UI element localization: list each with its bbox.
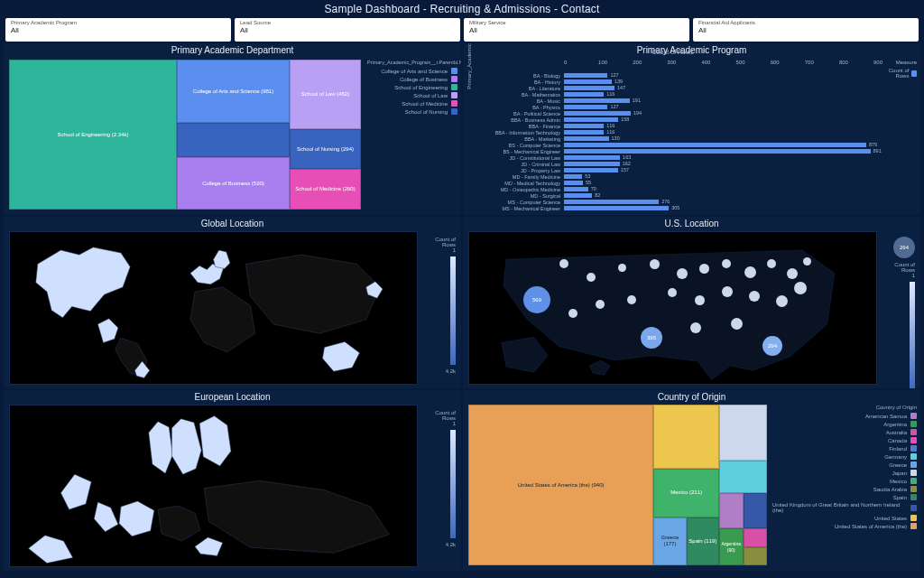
treemap-tile-nursing-top[interactable]: [177, 123, 290, 157]
bar[interactable]: [564, 181, 583, 185]
bar-row[interactable]: JD - Constitutional Law163: [468, 154, 873, 161]
map-bubble[interactable]: [699, 264, 709, 274]
bar-row[interactable]: BBA - Information Technology116: [468, 129, 873, 135]
treemap-tile-spain[interactable]: Spain (119): [687, 517, 719, 565]
bar-row[interactable]: MD - Family Medicine53: [468, 173, 873, 180]
treemap-tile-argentina[interactable]: Argentina (90): [719, 528, 743, 565]
map-bubble[interactable]: [596, 300, 605, 309]
map-bubble[interactable]: [559, 259, 568, 268]
treemap-tile-pink[interactable]: [744, 528, 767, 547]
treemap-tile-navy[interactable]: [744, 493, 767, 528]
map-bubble[interactable]: [568, 309, 578, 318]
bar[interactable]: [564, 193, 592, 198]
map-us[interactable]: 569 395 294: [468, 231, 877, 385]
bar[interactable]: [564, 200, 659, 204]
map-bubble[interactable]: [587, 273, 596, 282]
panel-european-location[interactable]: European Location Count of Rows 1 4.2k: [4, 390, 461, 571]
filter-finaid[interactable]: Financial Aid Applicants All: [693, 18, 919, 42]
bar[interactable]: [564, 162, 620, 166]
bar[interactable]: [564, 155, 620, 160]
treemap-tile-medicine[interactable]: School of Medicine (260): [290, 169, 361, 210]
treemap-tile-law[interactable]: School of Law (482): [290, 60, 361, 129]
treemap-tile-mexico[interactable]: Mexico (211): [653, 469, 719, 517]
treemap-tile-engineering[interactable]: School of Engineering (2.34k): [9, 60, 177, 210]
map-bubble[interactable]: [618, 264, 626, 272]
bar[interactable]: [564, 73, 607, 78]
bar[interactable]: [564, 86, 614, 90]
map-bubble[interactable]: [695, 295, 705, 305]
treemap-tile-purple[interactable]: [719, 493, 743, 528]
bar[interactable]: [564, 105, 607, 109]
bar-row[interactable]: MD - Surgical82: [468, 192, 873, 199]
map-bubble[interactable]: [677, 268, 688, 279]
bar-row[interactable]: MD - Medical Technology55: [468, 180, 873, 186]
bar[interactable]: [564, 79, 612, 84]
bar[interactable]: [564, 149, 871, 154]
bar-row[interactable]: BBA - Business Admin158: [468, 117, 873, 123]
bar[interactable]: [564, 206, 669, 210]
filter-military[interactable]: Military Service All: [464, 18, 689, 42]
treemap-tile-nursing[interactable]: School of Nursing (294): [290, 129, 361, 169]
bar[interactable]: [564, 136, 609, 141]
map-bubble[interactable]: [722, 286, 733, 297]
treemap-tile-arts[interactable]: College of Arts and Science (981): [177, 60, 290, 123]
panel-global-location[interactable]: Global Location Count of Rows 1 4.2k: [4, 217, 461, 388]
map-bubble[interactable]: [794, 282, 807, 294]
treemap-tile-cyan[interactable]: [719, 461, 767, 493]
bar[interactable]: [564, 143, 866, 147]
bar[interactable]: [564, 174, 582, 179]
panel-primary-program[interactable]: Primary Academic Program Count of Rows 0…: [463, 43, 920, 215]
bar-row[interactable]: BA - Political Science194: [468, 110, 873, 117]
bar-row[interactable]: BA - Music191: [468, 98, 873, 104]
map-bubble[interactable]: [690, 322, 701, 333]
map-bubble[interactable]: [627, 295, 636, 304]
panel-country-origin[interactable]: Country of Origin United States of Ameri…: [463, 390, 920, 571]
bar[interactable]: [564, 168, 618, 172]
map-bubble[interactable]: [749, 291, 760, 302]
map-bubble-tx[interactable]: 395: [641, 327, 662, 349]
filter-leadsource[interactable]: Lead Source All: [235, 18, 460, 42]
bar-row[interactable]: BA - History139: [468, 79, 873, 85]
panel-us-location[interactable]: U.S. Location 569 395 294: [463, 217, 920, 388]
bar-row[interactable]: BA - Physics127: [468, 104, 873, 110]
map-global[interactable]: [9, 231, 418, 385]
bar-row[interactable]: BS - Mechanical Engineer891: [468, 148, 873, 154]
map-bubble[interactable]: [767, 259, 776, 268]
map-bubble[interactable]: [803, 257, 811, 266]
bar-row[interactable]: BA - Literature147: [468, 85, 873, 91]
bar[interactable]: [564, 98, 630, 103]
bar[interactable]: [564, 124, 604, 128]
bar[interactable]: [564, 117, 618, 122]
bar[interactable]: [564, 187, 588, 191]
map-bubble[interactable]: [744, 266, 756, 278]
treemap-tile-business[interactable]: College of Business (520): [177, 157, 290, 210]
treemap-tile-gold[interactable]: [653, 405, 719, 469]
map-bubble-ca[interactable]: 569: [523, 286, 550, 313]
treemap-tile-grey1[interactable]: [719, 405, 767, 461]
map-bubble[interactable]: [787, 268, 798, 279]
map-bubble[interactable]: [722, 259, 731, 268]
map-bubble[interactable]: [668, 288, 677, 297]
panel-primary-department[interactable]: Primary Academic Department School of En…: [4, 43, 461, 215]
bar[interactable]: [564, 111, 631, 116]
bar-row[interactable]: JD - Property Law157: [468, 167, 873, 173]
map-europe[interactable]: [9, 405, 418, 567]
bar-row[interactable]: JD - Criminal Law162: [468, 161, 873, 167]
map-bubble[interactable]: [650, 259, 660, 269]
map-bubble[interactable]: [731, 318, 743, 330]
treemap-tile-olive[interactable]: [744, 547, 767, 565]
bar[interactable]: [564, 130, 604, 135]
filter-program[interactable]: Primary Academic Program All: [5, 18, 231, 42]
bar-row[interactable]: BA - Mathematics116: [468, 91, 873, 98]
treemap-tile-greece[interactable]: Greece (177): [653, 517, 686, 565]
bar-row[interactable]: BBA - Finance116: [468, 123, 873, 129]
bar-row[interactable]: MS - Computer Science276: [468, 199, 873, 205]
map-bubble[interactable]: [776, 295, 788, 307]
bar[interactable]: [564, 92, 604, 97]
bar-row[interactable]: MD - Osteopathic Medicine70: [468, 186, 873, 192]
bar-row[interactable]: BS - Computer Science879: [468, 142, 873, 148]
treemap-tile-usa[interactable]: United States of America (the) (940): [468, 405, 653, 565]
map-bubble-fl[interactable]: 294: [762, 336, 782, 356]
bar-row[interactable]: BBA - Marketing130: [468, 135, 873, 142]
bar-row[interactable]: BA - Biology127: [468, 72, 873, 79]
